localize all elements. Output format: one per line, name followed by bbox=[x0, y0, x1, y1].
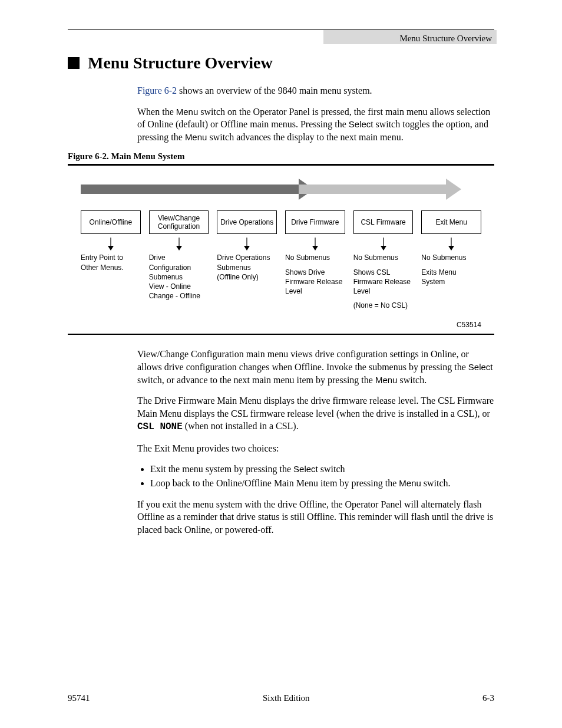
svg-marker-11 bbox=[448, 246, 454, 251]
text: When the bbox=[137, 107, 176, 117]
flow-arrow bbox=[81, 179, 481, 200]
menu-description: Drive Configuration SubmenusView - Onlin… bbox=[148, 253, 210, 301]
running-head: Menu Structure Overview bbox=[397, 32, 494, 45]
menu-description: No Submenus Shows CSL Firmware Release L… bbox=[352, 253, 415, 310]
csl-none-code: CSL NONE bbox=[137, 421, 183, 432]
down-arrow-icon bbox=[448, 238, 455, 251]
intro-block: Figure 6-2 shows an overview of the 9840… bbox=[137, 84, 494, 143]
footer-page-number: 6-3 bbox=[482, 693, 494, 703]
text: View/Change Configuration main menu view… bbox=[137, 349, 469, 372]
menu-column: CSL FirmwareNo Submenus Shows CSL Firmwa… bbox=[353, 210, 414, 310]
figure-frame: Online/OfflineEntry Point to Other Menus… bbox=[68, 164, 494, 335]
text: switch bbox=[318, 464, 345, 474]
after-p2: The Drive Firmware Main Menu displays th… bbox=[137, 394, 494, 434]
menu-column: Exit MenuNo Submenus Exits Menu System bbox=[421, 210, 481, 310]
page: Menu Structure Overview Menu Structure O… bbox=[0, 0, 562, 728]
square-bullet-icon bbox=[68, 57, 80, 69]
intro-p2: When the Menu switch on the Operator Pan… bbox=[137, 106, 494, 144]
menu-box: Drive Operations bbox=[217, 210, 277, 234]
menu-box: Drive Firmware bbox=[285, 210, 345, 234]
footer-doc-number: 95741 bbox=[68, 693, 90, 703]
text: Exit the menu system by pressing the bbox=[150, 464, 293, 474]
list-item: Loop back to the Online/Offline Main Men… bbox=[150, 477, 494, 490]
down-arrow-icon bbox=[243, 238, 250, 251]
after-p4: If you exit the menu system with the dri… bbox=[137, 498, 494, 536]
page-footer: 95741 Sixth Edition 6-3 bbox=[68, 693, 494, 703]
menu-switch-label: Menu bbox=[176, 107, 199, 117]
svg-marker-5 bbox=[244, 246, 250, 251]
figure-reference-link[interactable]: Figure 6-2 bbox=[137, 85, 177, 95]
after-block: View/Change Configuration main menu view… bbox=[137, 348, 494, 536]
menu-switch-label: Menu bbox=[185, 132, 207, 142]
svg-marker-3 bbox=[176, 246, 182, 251]
svg-marker-7 bbox=[312, 246, 318, 251]
menu-box: View/Change Configuration bbox=[149, 210, 209, 234]
section-title-text: Menu Structure Overview bbox=[88, 54, 273, 73]
down-arrow-icon bbox=[312, 238, 319, 251]
svg-marker-1 bbox=[108, 246, 114, 251]
intro-p1-rest: shows an overview of the 9840 main menu … bbox=[177, 85, 372, 95]
down-arrow-icon bbox=[107, 238, 114, 251]
menu-box: Exit Menu bbox=[421, 210, 481, 234]
menu-column: View/Change ConfigurationDrive Configura… bbox=[149, 210, 209, 310]
arrow-bar-dark bbox=[81, 185, 299, 194]
menu-switch-label: Menu bbox=[375, 375, 398, 385]
figure-code: C53514 bbox=[68, 321, 494, 329]
text: switch. bbox=[397, 375, 427, 385]
header-rule: Menu Structure Overview bbox=[68, 29, 494, 30]
text: Loop back to the Online/Offline Main Men… bbox=[150, 478, 399, 488]
text: switch advances the display to the next … bbox=[207, 132, 403, 142]
menu-box: CSL Firmware bbox=[353, 210, 414, 234]
down-arrow-icon bbox=[176, 238, 183, 251]
list-item: Exit the menu system by pressing the Sel… bbox=[150, 463, 494, 476]
menu-column: Drive FirmwareNo Submenus Shows Drive Fi… bbox=[285, 210, 345, 310]
figure-caption: Figure 6-2. Main Menu System bbox=[68, 151, 494, 162]
text: switch, or advance to the next main menu… bbox=[137, 375, 375, 385]
select-switch-label: Select bbox=[349, 119, 373, 129]
menu-row: Online/OfflineEntry Point to Other Menus… bbox=[68, 210, 494, 310]
svg-marker-9 bbox=[381, 246, 386, 251]
menu-description: No Submenus Shows Drive Firmware Release… bbox=[284, 253, 346, 296]
after-p1: View/Change Configuration main menu view… bbox=[137, 348, 494, 386]
select-switch-label: Select bbox=[293, 464, 318, 474]
menu-column: Drive OperationsDrive Operations Submenu… bbox=[217, 210, 277, 310]
text: The Drive Firmware Main Menu displays th… bbox=[137, 396, 494, 419]
text: (when not installed in a CSL). bbox=[183, 421, 299, 431]
arrow-bar-light bbox=[299, 185, 446, 194]
footer-edition: Sixth Edition bbox=[263, 693, 310, 703]
text: switch. bbox=[421, 478, 451, 488]
menu-switch-label: Menu bbox=[399, 478, 421, 488]
select-switch-label: Select bbox=[468, 362, 493, 372]
section-title: Menu Structure Overview bbox=[68, 54, 494, 73]
after-p3: The Exit Menu provides two choices: bbox=[137, 442, 494, 455]
menu-column: Online/OfflineEntry Point to Other Menus… bbox=[81, 210, 141, 310]
arrow-head-light-icon bbox=[446, 179, 461, 200]
intro-p1: Figure 6-2 shows an overview of the 9840… bbox=[137, 84, 494, 97]
menu-box: Online/Offline bbox=[81, 210, 141, 234]
down-arrow-icon bbox=[380, 238, 387, 251]
menu-description: Entry Point to Other Menus. bbox=[80, 253, 142, 272]
menu-description: Drive Operations Submenus(Offline Only) bbox=[216, 253, 278, 282]
exit-choices-list: Exit the menu system by pressing the Sel… bbox=[137, 463, 494, 489]
menu-description: No Submenus Exits Menu System bbox=[420, 253, 482, 286]
